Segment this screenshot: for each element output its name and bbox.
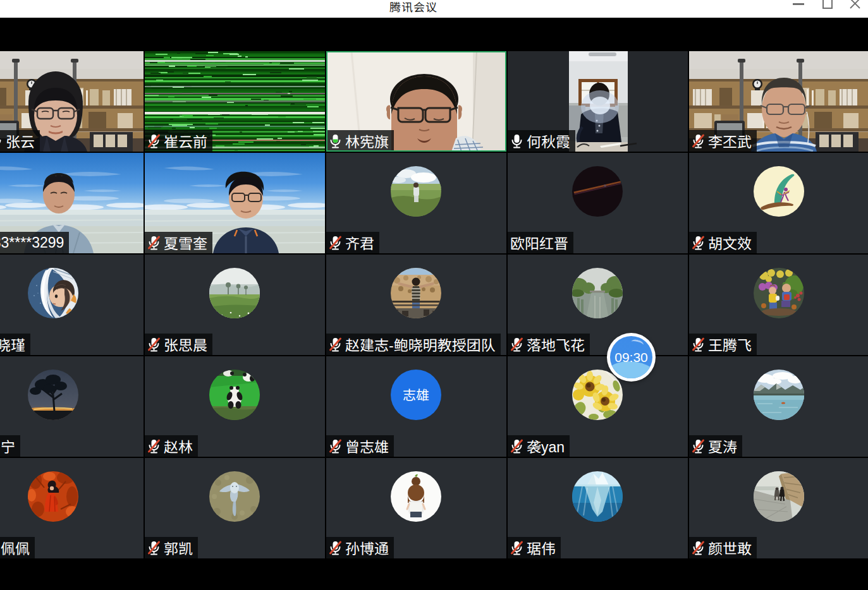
svg-text:志雄: 志雄 bbox=[403, 388, 429, 402]
